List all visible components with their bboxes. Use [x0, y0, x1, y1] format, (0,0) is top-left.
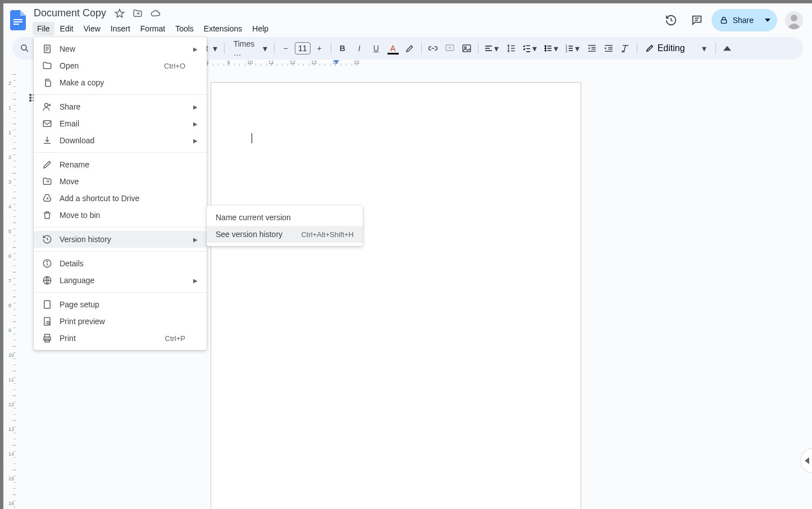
editing-mode-selector[interactable]: Editing ▾ [641, 43, 712, 54]
font-size-increase[interactable]: + [312, 40, 327, 56]
chevron-right-icon: ▶ [192, 278, 198, 284]
svg-rect-11 [463, 45, 471, 52]
font-size-decrease[interactable]: − [278, 40, 294, 56]
chevron-right-icon: ▶ [192, 138, 198, 144]
file-menu-rename[interactable]: Rename [34, 156, 207, 173]
chevron-right-icon: ▶ [192, 46, 198, 52]
comments-icon[interactable] [686, 9, 708, 31]
file-menu-make-a-copy[interactable]: Make a copy [34, 74, 207, 91]
svg-point-18 [545, 50, 546, 51]
download-icon [42, 135, 53, 146]
submenu-name-current-version[interactable]: Name current version [207, 209, 363, 226]
share-button[interactable]: Share [711, 9, 777, 31]
menu-edit[interactable]: Edit [56, 22, 78, 35]
svg-rect-5 [721, 20, 726, 23]
file-menu-print-preview[interactable]: Print preview [34, 313, 207, 330]
file-menu-add-a-shortcut-to-drive[interactable]: Add a shortcut to Drive [34, 190, 207, 207]
file-menu: New▶OpenCtrl+OMake a copyShare▶Email▶Dow… [34, 37, 207, 350]
lock-icon [719, 16, 728, 25]
docs-logo-icon[interactable] [7, 9, 29, 31]
highlight-button[interactable] [402, 40, 418, 56]
menu-view[interactable]: View [79, 22, 105, 35]
chevron-right-icon: ▶ [192, 104, 198, 110]
file-menu-details[interactable]: Details [34, 255, 207, 272]
align-button[interactable]: ▾ [482, 43, 502, 54]
svg-point-16 [545, 46, 546, 47]
svg-text:3: 3 [565, 50, 567, 53]
indent-increase-button[interactable] [601, 40, 617, 56]
menu-extensions[interactable]: Extensions [199, 22, 247, 35]
indent-decrease-button[interactable] [584, 40, 600, 56]
line-spacing-button[interactable] [503, 40, 519, 56]
drive-shortcut-icon [42, 193, 53, 204]
checklist-button[interactable]: ▾ [520, 43, 540, 54]
svg-line-9 [26, 49, 28, 52]
submenu-see-version-history[interactable]: See version historyCtrl+Alt+Shift+H [207, 226, 363, 243]
file-menu-open[interactable]: OpenCtrl+O [34, 57, 207, 74]
font-size-input[interactable] [295, 42, 311, 54]
copy-icon [42, 77, 53, 88]
svg-rect-2 [13, 24, 19, 25]
document-page[interactable] [211, 82, 581, 509]
svg-rect-53 [44, 301, 51, 308]
menu-help[interactable]: Help [248, 22, 273, 35]
svg-point-17 [545, 48, 546, 49]
menu-tools[interactable]: Tools [171, 22, 198, 35]
svg-rect-1 [13, 21, 22, 22]
share-label: Share [733, 16, 754, 25]
add-comment-button[interactable] [442, 40, 458, 56]
search-menus-icon[interactable] [17, 40, 33, 56]
menu-file[interactable]: File [33, 22, 54, 35]
star-icon[interactable] [112, 6, 127, 21]
file-menu-version-history[interactable]: Version history▶ [34, 231, 207, 248]
move-icon [42, 176, 53, 187]
toolbar-collapse-icon[interactable] [719, 40, 735, 56]
menu-format[interactable]: Format [136, 22, 170, 35]
chevron-down-icon: ▾ [213, 43, 218, 54]
font-family-selector[interactable]: Times …▾ [228, 39, 271, 57]
numbered-list-button[interactable]: 123▾ [563, 43, 583, 54]
version-history-submenu: Name current versionSee version historyC… [207, 206, 363, 246]
bold-button[interactable]: B [335, 40, 350, 56]
pencil-icon [645, 44, 654, 53]
file-menu-move-to-bin[interactable]: Move to bin [34, 207, 207, 224]
file-menu-download[interactable]: Download▶ [34, 132, 207, 149]
file-menu-print[interactable]: PrintCtrl+P [34, 330, 207, 347]
globe-icon [42, 275, 53, 286]
app-header: Document Copy FileEditViewInsertFormatTo… [3, 3, 812, 37]
share-dropdown-icon[interactable] [760, 13, 774, 27]
info-icon [42, 258, 53, 269]
insert-link-button[interactable] [425, 40, 441, 56]
move-to-folder-icon[interactable] [130, 6, 145, 21]
cloud-status-icon[interactable] [148, 6, 163, 21]
svg-point-51 [47, 261, 47, 262]
file-menu-new[interactable]: New▶ [34, 40, 207, 57]
file-menu-move[interactable]: Move [34, 173, 207, 190]
page-icon [42, 299, 53, 310]
trash-icon [42, 210, 53, 221]
text-cursor [252, 133, 252, 143]
file-menu-share[interactable]: Share▶ [34, 98, 207, 115]
last-edit-icon[interactable] [660, 9, 682, 31]
file-menu-email[interactable]: Email▶ [34, 115, 207, 132]
italic-button[interactable]: I [352, 40, 367, 56]
bulleted-list-button[interactable]: ▾ [541, 43, 562, 54]
history-icon [42, 234, 53, 245]
menu-insert[interactable]: Insert [106, 22, 135, 35]
doc-title[interactable]: Document Copy [30, 6, 110, 20]
svg-rect-0 [13, 19, 22, 20]
clear-formatting-button[interactable] [618, 40, 633, 56]
svg-rect-48 [43, 121, 51, 127]
underline-button[interactable]: U [368, 40, 384, 56]
text-color-button[interactable]: A [385, 40, 401, 56]
file-menu-page-setup[interactable]: Page setup [34, 296, 207, 313]
vertical-ruler[interactable]: 211234567891011121314151617 [6, 70, 20, 509]
insert-image-button[interactable] [459, 40, 475, 56]
doc-icon [42, 43, 53, 54]
chevron-right-icon: ▶ [192, 237, 198, 243]
svg-point-7 [791, 15, 797, 21]
file-menu-language[interactable]: Language▶ [34, 272, 207, 289]
svg-point-47 [45, 103, 48, 107]
account-avatar[interactable] [785, 11, 803, 29]
svg-point-55 [47, 321, 49, 324]
